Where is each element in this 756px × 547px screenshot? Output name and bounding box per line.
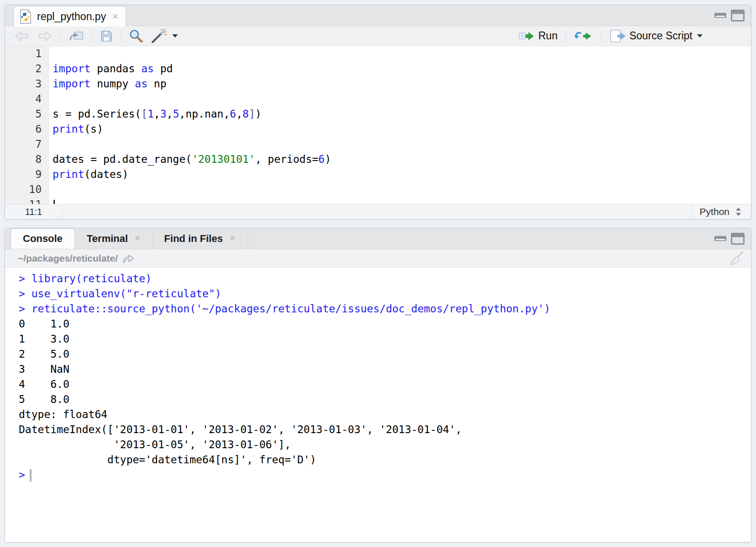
run-label: Run	[538, 30, 558, 42]
updown-arrows-icon	[735, 207, 742, 217]
magic-wand-icon	[150, 29, 168, 43]
find-replace-button[interactable]	[125, 27, 147, 44]
forward-button[interactable]	[33, 29, 56, 43]
console-line: dtype='datetime64[ns]', freq='D')	[19, 452, 751, 467]
rerun-button[interactable]	[570, 29, 597, 43]
rerun-icon	[574, 30, 593, 42]
line-number: 8	[5, 152, 42, 167]
tab-label: Console	[23, 233, 63, 245]
minimize-icon[interactable]	[714, 12, 727, 18]
code-line	[53, 46, 751, 61]
console-line: 5 8.0	[19, 392, 751, 407]
tab-repl-python[interactable]: repl_python.py ✕	[13, 6, 126, 27]
console-line: 3 NaN	[19, 362, 751, 377]
code-line	[53, 91, 751, 107]
tab-console[interactable]: Console	[11, 228, 75, 249]
console-prompt: >	[19, 288, 32, 300]
console-line: 4 6.0	[19, 377, 751, 392]
back-button[interactable]	[11, 29, 33, 43]
save-button[interactable]	[96, 28, 117, 44]
language-selector[interactable]: Python	[692, 204, 751, 219]
code-line	[53, 137, 751, 152]
line-number: 7	[5, 137, 42, 152]
code-line	[53, 182, 751, 197]
console-pane: ConsoleTerminal✕Find in Files✕ ~/package…	[5, 228, 751, 542]
maximize-icon[interactable]	[731, 10, 745, 21]
code-lines: import pandas as pdimport numpy as nps =…	[49, 46, 751, 204]
line-number: 11	[5, 197, 42, 204]
source-script-label: Source Script	[629, 30, 692, 42]
chevron-down-icon	[172, 34, 178, 38]
search-icon	[129, 29, 143, 43]
console-line: 1 3.0	[19, 332, 751, 347]
code-line	[53, 197, 751, 204]
line-number: 6	[5, 122, 42, 137]
console-line: > use_virtualenv("r-reticulate")	[19, 286, 751, 301]
clear-console-icon[interactable]	[728, 251, 745, 266]
console-prompt: >	[19, 273, 32, 284]
tab-terminal[interactable]: Terminal✕	[76, 228, 153, 249]
tab-find-in-files[interactable]: Find in Files✕	[153, 228, 248, 249]
console-line: > library(reticulate)	[19, 271, 751, 286]
chevron-down-icon	[697, 34, 703, 38]
tab-label: Find in Files	[164, 233, 223, 245]
console-line: DatetimeIndex(['2013-01-01', '2013-01-02…	[19, 422, 751, 437]
console-line: > reticulate::source_python('~/packages/…	[19, 301, 751, 316]
line-number: 1	[5, 46, 42, 61]
tab-title: repl_python.py	[37, 11, 106, 23]
console-output[interactable]: > library(reticulate)> use_virtualenv("r…	[5, 268, 751, 542]
line-number: 5	[5, 107, 42, 122]
close-icon[interactable]: ✕	[228, 233, 236, 244]
code-line: import pandas as pd	[53, 61, 751, 76]
code-line: dates = pd.date_range('20130101', period…	[53, 152, 751, 167]
console-cursor	[30, 469, 32, 482]
line-number: 4	[5, 91, 42, 107]
language-label: Python	[700, 206, 729, 217]
minimize-icon[interactable]	[714, 236, 727, 241]
line-number: 9	[5, 167, 42, 182]
back-arrow-icon	[14, 30, 30, 42]
line-number: 10	[5, 182, 42, 197]
code-line: import numpy as np	[53, 76, 751, 91]
forward-arrow-icon	[37, 30, 53, 42]
console-line: 0 1.0	[19, 316, 751, 332]
code-line: print(s)	[53, 122, 751, 137]
console-tabstrip: ConsoleTerminal✕Find in Files✕	[5, 228, 751, 249]
line-number: 2	[5, 61, 42, 76]
working-directory-link[interactable]: ~/packages/reticulate/	[18, 253, 118, 264]
source-script-icon	[609, 29, 626, 43]
code-tools-button[interactable]	[147, 27, 181, 45]
python-file-icon	[19, 9, 32, 24]
console-line: 2 5.0	[19, 347, 751, 362]
code-line: s = pd.Series([1,3,5,np.nan,6,8])	[53, 107, 751, 122]
cursor-position[interactable]: 11:1	[5, 204, 63, 219]
console-prompt: >	[19, 469, 25, 481]
text-cursor	[53, 200, 55, 204]
editor-tabstrip: repl_python.py ✕	[5, 5, 751, 26]
goto-directory-icon[interactable]	[122, 253, 135, 263]
source-script-button[interactable]: Source Script	[606, 28, 706, 44]
source-editor-pane: repl_python.py ✕	[5, 5, 751, 220]
save-icon	[100, 30, 113, 43]
code-editor[interactable]: 1234567891011 import pandas as pdimport …	[5, 46, 751, 204]
run-icon	[518, 30, 535, 42]
editor-statusbar: 11:1 Python	[5, 204, 751, 219]
console-prompt: >	[19, 303, 32, 315]
console-line: >	[19, 467, 751, 483]
console-line: dtype: float64	[19, 407, 751, 422]
editor-gutter: 1234567891011	[5, 46, 49, 204]
open-in-new-window-icon	[69, 30, 84, 43]
console-line: '2013-01-05', '2013-01-06'],	[19, 437, 751, 452]
open-in-new-window-button[interactable]	[65, 28, 88, 44]
line-number: 3	[5, 76, 42, 91]
maximize-icon[interactable]	[731, 233, 745, 245]
tab-label: Terminal	[87, 233, 128, 245]
editor-toolbar: Run Source Script	[5, 26, 751, 46]
run-button[interactable]: Run	[515, 28, 561, 43]
console-header: ~/packages/reticulate/	[5, 249, 751, 268]
code-line: print(dates)	[53, 167, 751, 182]
close-icon[interactable]: ✕	[133, 233, 142, 244]
close-icon[interactable]: ✕	[111, 11, 119, 22]
